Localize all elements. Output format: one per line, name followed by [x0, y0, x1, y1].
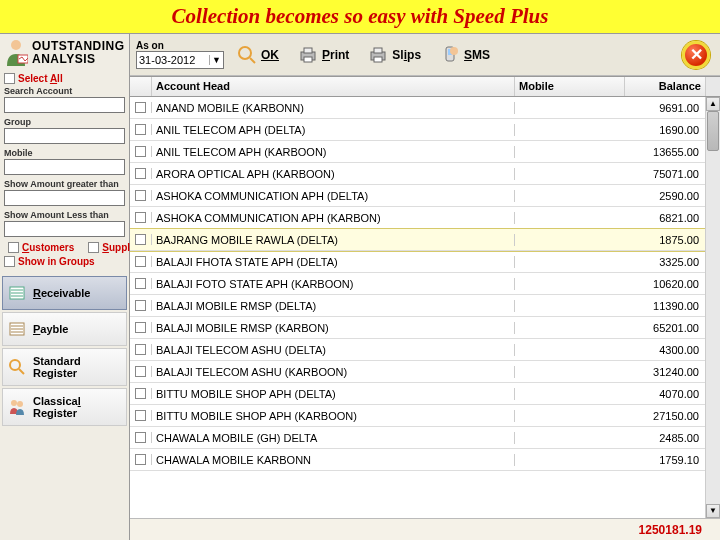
- row-check-cell[interactable]: [130, 388, 152, 399]
- table-row[interactable]: CHAWALA MOBILE KARBONN1759.10: [130, 449, 705, 471]
- row-check-cell[interactable]: [130, 410, 152, 421]
- svg-rect-9: [304, 48, 312, 53]
- col-head-account[interactable]: Account Head: [152, 77, 515, 96]
- suppliers-checkbox[interactable]: [88, 242, 99, 253]
- row-check-cell[interactable]: [130, 190, 152, 201]
- nav-receivable[interactable]: Receivable: [2, 276, 127, 310]
- cust-supp-row: Customers Suppliers: [0, 240, 129, 255]
- table-row[interactable]: BITTU MOBILE SHOP APH (KARBOON)27150.00: [130, 405, 705, 427]
- row-checkbox[interactable]: [135, 168, 146, 179]
- svg-rect-10: [304, 57, 312, 62]
- row-balance: 1759.10: [625, 454, 705, 466]
- row-check-cell[interactable]: [130, 234, 152, 245]
- select-all-row[interactable]: Select All: [0, 72, 129, 85]
- ason-field[interactable]: ▼: [136, 51, 224, 69]
- row-checkbox[interactable]: [135, 190, 146, 201]
- print-button[interactable]: Print: [291, 42, 355, 68]
- row-checkbox[interactable]: [135, 388, 146, 399]
- row-check-cell[interactable]: [130, 124, 152, 135]
- table-row[interactable]: ASHOKA COMMUNICATION APH (KARBON)6821.00: [130, 207, 705, 229]
- sms-button[interactable]: SMS: [433, 42, 496, 68]
- row-checkbox[interactable]: [135, 278, 146, 289]
- nav-payable[interactable]: Payble: [2, 312, 127, 346]
- row-checkbox[interactable]: [135, 146, 146, 157]
- row-check-cell[interactable]: [130, 366, 152, 377]
- row-check-cell[interactable]: [130, 300, 152, 311]
- show-groups-checkbox[interactable]: [4, 256, 15, 267]
- col-head-mobile[interactable]: Mobile: [515, 77, 625, 96]
- ok-button[interactable]: OK: [230, 42, 285, 68]
- col-head-check[interactable]: [130, 77, 152, 96]
- amt-gt-input[interactable]: [4, 190, 125, 206]
- show-groups-row[interactable]: Show in Groups: [0, 255, 129, 268]
- table-row[interactable]: BALAJI FOTO STATE APH (KARBOON)10620.00: [130, 273, 705, 295]
- close-icon: ✕: [690, 45, 703, 64]
- row-balance: 4300.00: [625, 344, 705, 356]
- row-checkbox[interactable]: [135, 234, 146, 245]
- nav-standard-register[interactable]: StandardRegister: [2, 348, 127, 386]
- row-check-cell[interactable]: [130, 256, 152, 267]
- table-row[interactable]: BALAJI MOBILE RMSP (DELTA)11390.00: [130, 295, 705, 317]
- customers-checkbox[interactable]: [8, 242, 19, 253]
- table-row[interactable]: ANIL TELECOM APH (DELTA)1690.00: [130, 119, 705, 141]
- row-check-cell[interactable]: [130, 432, 152, 443]
- row-check-cell[interactable]: [130, 102, 152, 113]
- mobile-input[interactable]: [4, 159, 125, 175]
- table-row[interactable]: BALAJI FHOTA STATE APH (DELTA)3325.00: [130, 251, 705, 273]
- row-balance: 13655.00: [625, 146, 705, 158]
- row-checkbox[interactable]: [135, 124, 146, 135]
- banner-title: Collection becomes so easy with Speed Pl…: [172, 4, 549, 28]
- select-all-label: Select All: [18, 73, 63, 84]
- row-checkbox[interactable]: [135, 432, 146, 443]
- row-checkbox[interactable]: [135, 344, 146, 355]
- row-checkbox[interactable]: [135, 300, 146, 311]
- search-account-input[interactable]: [4, 97, 125, 113]
- table-row[interactable]: BALAJI TELECOM ASHU (KARBOON)31240.00: [130, 361, 705, 383]
- select-all-checkbox[interactable]: [4, 73, 15, 84]
- svg-point-5: [11, 400, 17, 406]
- content-area: As on ▼ OK Print Slips SMS: [130, 34, 720, 540]
- print-label: Print: [322, 48, 349, 62]
- table-row[interactable]: BALAJI MOBILE RMSP (KARBON)65201.00: [130, 317, 705, 339]
- row-checkbox[interactable]: [135, 366, 146, 377]
- customers-check[interactable]: Customers: [4, 241, 78, 254]
- group-input[interactable]: [4, 128, 125, 144]
- scroll-up-icon[interactable]: ▲: [706, 97, 720, 111]
- row-checkbox[interactable]: [135, 410, 146, 421]
- row-check-cell[interactable]: [130, 322, 152, 333]
- row-check-cell[interactable]: [130, 168, 152, 179]
- close-button[interactable]: ✕: [682, 41, 710, 69]
- vertical-scrollbar[interactable]: ▲ ▼: [705, 97, 720, 518]
- row-balance: 1875.00: [625, 234, 705, 246]
- ason-input[interactable]: [137, 52, 209, 68]
- row-account: BALAJI FOTO STATE APH (KARBOON): [152, 278, 515, 290]
- ason-dropdown-icon[interactable]: ▼: [209, 55, 223, 65]
- table-row[interactable]: ASHOKA COMMUNICATION APH (DELTA)2590.00: [130, 185, 705, 207]
- row-checkbox[interactable]: [135, 322, 146, 333]
- row-check-cell[interactable]: [130, 212, 152, 223]
- nav-classical-register[interactable]: ClassicalRegister: [2, 388, 127, 426]
- row-checkbox[interactable]: [135, 212, 146, 223]
- row-check-cell[interactable]: [130, 146, 152, 157]
- row-checkbox[interactable]: [135, 102, 146, 113]
- table-row[interactable]: BITTU MOBILE SHOP APH (DELTA)4070.00: [130, 383, 705, 405]
- table-row[interactable]: BALAJI TELECOM ASHU (DELTA)4300.00: [130, 339, 705, 361]
- amt-lt-input[interactable]: [4, 221, 125, 237]
- row-balance: 6821.00: [625, 212, 705, 224]
- table-row[interactable]: ARORA OPTICAL APH (KARBOON)75071.00: [130, 163, 705, 185]
- table-row[interactable]: BAJRANG MOBILE RAWLA (DELTA)1875.00: [130, 229, 705, 251]
- scroll-thumb[interactable]: [707, 111, 719, 151]
- row-checkbox[interactable]: [135, 454, 146, 465]
- row-check-cell[interactable]: [130, 454, 152, 465]
- amt-lt-label: Show Amount Less than: [4, 210, 125, 220]
- table-row[interactable]: CHAWALA MOBILE (GH) DELTA2485.00: [130, 427, 705, 449]
- col-head-balance[interactable]: Balance: [625, 77, 705, 96]
- row-checkbox[interactable]: [135, 256, 146, 267]
- table-row[interactable]: ANAND MOBILE (KARBONN)9691.00: [130, 97, 705, 119]
- table-row[interactable]: ANIL TELECOM APH (KARBOON)13655.00: [130, 141, 705, 163]
- slips-button[interactable]: Slips: [361, 42, 427, 68]
- nav-standard-label: StandardRegister: [33, 355, 81, 379]
- scroll-down-icon[interactable]: ▼: [706, 504, 720, 518]
- row-check-cell[interactable]: [130, 278, 152, 289]
- row-check-cell[interactable]: [130, 344, 152, 355]
